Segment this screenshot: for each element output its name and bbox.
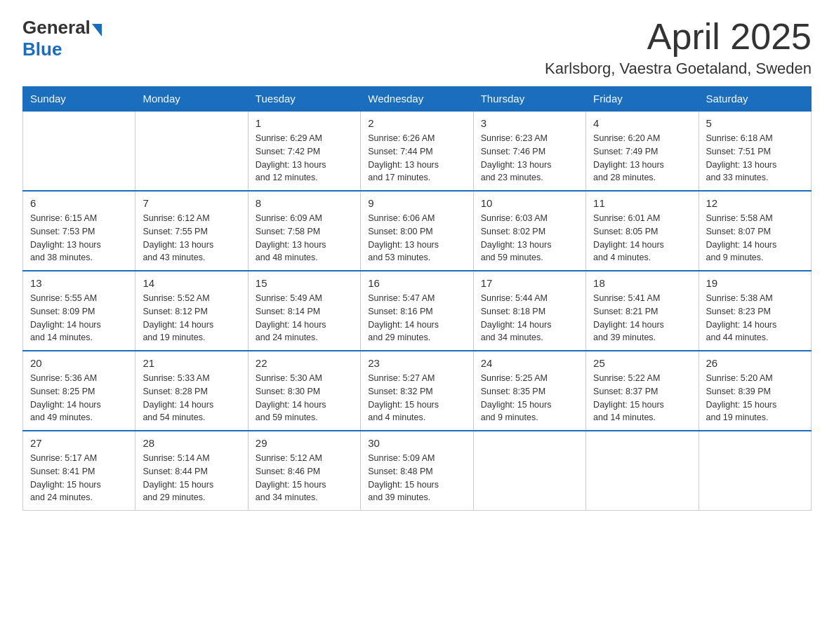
day-number: 8 [256,197,353,209]
day-info: Sunrise: 5:58 AM Sunset: 8:07 PM Dayligh… [706,212,804,264]
week-row: 1Sunrise: 6:29 AM Sunset: 7:42 PM Daylig… [23,111,812,191]
logo: General Blue [22,17,102,60]
day-number: 17 [481,277,578,289]
logo-triangle-icon [92,24,102,36]
weekday-header: Thursday [473,87,585,112]
day-number: 4 [593,117,691,129]
calendar-cell: 4Sunrise: 6:20 AM Sunset: 7:49 PM Daylig… [586,111,699,191]
calendar-cell: 15Sunrise: 5:49 AM Sunset: 8:14 PM Dayli… [248,271,360,351]
calendar-header-row: SundayMondayTuesdayWednesdayThursdayFrid… [23,87,812,112]
day-info: Sunrise: 5:52 AM Sunset: 8:12 PM Dayligh… [143,292,240,344]
calendar-cell: 23Sunrise: 5:27 AM Sunset: 8:32 PM Dayli… [361,351,473,431]
day-number: 27 [30,437,128,449]
calendar-cell: 16Sunrise: 5:47 AM Sunset: 8:16 PM Dayli… [361,271,473,351]
day-number: 29 [256,437,353,449]
day-number: 30 [368,437,465,449]
calendar-cell: 2Sunrise: 6:26 AM Sunset: 7:44 PM Daylig… [361,111,473,191]
calendar-cell: 12Sunrise: 5:58 AM Sunset: 8:07 PM Dayli… [699,191,811,271]
calendar-cell: 3Sunrise: 6:23 AM Sunset: 7:46 PM Daylig… [473,111,585,191]
day-number: 2 [368,117,465,129]
day-number: 11 [593,197,691,209]
weekday-header: Wednesday [361,87,473,112]
day-number: 23 [368,357,465,369]
location-title: Karlsborg, Vaestra Goetaland, Sweden [545,60,812,78]
day-info: Sunrise: 6:29 AM Sunset: 7:42 PM Dayligh… [256,132,353,185]
day-info: Sunrise: 5:09 AM Sunset: 8:48 PM Dayligh… [368,452,465,504]
calendar-cell: 22Sunrise: 5:30 AM Sunset: 8:30 PM Dayli… [248,351,360,431]
week-row: 13Sunrise: 5:55 AM Sunset: 8:09 PM Dayli… [23,271,812,351]
calendar-cell: 29Sunrise: 5:12 AM Sunset: 8:46 PM Dayli… [248,431,360,511]
calendar-cell: 20Sunrise: 5:36 AM Sunset: 8:25 PM Dayli… [23,351,135,431]
day-info: Sunrise: 5:27 AM Sunset: 8:32 PM Dayligh… [368,372,465,424]
day-info: Sunrise: 6:18 AM Sunset: 7:51 PM Dayligh… [706,132,804,185]
weekday-header: Friday [586,87,699,112]
day-number: 16 [368,277,465,289]
day-number: 6 [30,197,128,209]
day-info: Sunrise: 6:09 AM Sunset: 7:58 PM Dayligh… [256,212,353,264]
day-info: Sunrise: 5:44 AM Sunset: 8:18 PM Dayligh… [481,292,578,344]
day-number: 5 [706,117,804,129]
day-number: 22 [256,357,353,369]
day-info: Sunrise: 6:20 AM Sunset: 7:49 PM Dayligh… [593,132,691,185]
calendar-cell: 13Sunrise: 5:55 AM Sunset: 8:09 PM Dayli… [23,271,135,351]
week-row: 6Sunrise: 6:15 AM Sunset: 7:53 PM Daylig… [23,191,812,271]
calendar-cell [23,111,135,191]
day-info: Sunrise: 6:15 AM Sunset: 7:53 PM Dayligh… [30,212,128,264]
calendar-cell [135,111,248,191]
day-number: 18 [593,277,691,289]
title-section: April 2025 Karlsborg, Vaestra Goetaland,… [545,17,812,78]
day-info: Sunrise: 6:06 AM Sunset: 8:00 PM Dayligh… [368,212,465,264]
month-title: April 2025 [545,17,812,57]
weekday-header: Monday [135,87,248,112]
calendar-cell [473,431,585,511]
calendar-cell: 25Sunrise: 5:22 AM Sunset: 8:37 PM Dayli… [586,351,699,431]
day-info: Sunrise: 6:12 AM Sunset: 7:55 PM Dayligh… [143,212,240,264]
calendar-table: SundayMondayTuesdayWednesdayThursdayFrid… [22,86,812,511]
day-number: 19 [706,277,804,289]
day-info: Sunrise: 5:36 AM Sunset: 8:25 PM Dayligh… [30,372,128,424]
calendar-cell: 17Sunrise: 5:44 AM Sunset: 8:18 PM Dayli… [473,271,585,351]
weekday-header: Saturday [699,87,811,112]
day-info: Sunrise: 6:23 AM Sunset: 7:46 PM Dayligh… [481,132,578,185]
calendar-cell: 11Sunrise: 6:01 AM Sunset: 8:05 PM Dayli… [586,191,699,271]
page-header: General Blue April 2025 Karlsborg, Vaest… [22,17,812,78]
day-number: 1 [256,117,353,129]
calendar-cell: 10Sunrise: 6:03 AM Sunset: 8:02 PM Dayli… [473,191,585,271]
day-number: 14 [143,277,240,289]
calendar-cell: 5Sunrise: 6:18 AM Sunset: 7:51 PM Daylig… [699,111,811,191]
day-number: 9 [368,197,465,209]
calendar-cell: 18Sunrise: 5:41 AM Sunset: 8:21 PM Dayli… [586,271,699,351]
logo-blue-text: Blue [22,39,102,60]
week-row: 20Sunrise: 5:36 AM Sunset: 8:25 PM Dayli… [23,351,812,431]
day-info: Sunrise: 5:47 AM Sunset: 8:16 PM Dayligh… [368,292,465,344]
day-number: 12 [706,197,804,209]
day-number: 7 [143,197,240,209]
calendar-cell: 14Sunrise: 5:52 AM Sunset: 8:12 PM Dayli… [135,271,248,351]
calendar-cell [586,431,699,511]
calendar-cell: 7Sunrise: 6:12 AM Sunset: 7:55 PM Daylig… [135,191,248,271]
calendar-cell: 9Sunrise: 6:06 AM Sunset: 8:00 PM Daylig… [361,191,473,271]
calendar-cell: 27Sunrise: 5:17 AM Sunset: 8:41 PM Dayli… [23,431,135,511]
day-info: Sunrise: 5:12 AM Sunset: 8:46 PM Dayligh… [256,452,353,504]
day-number: 21 [143,357,240,369]
day-number: 3 [481,117,578,129]
weekday-header: Sunday [23,87,135,112]
calendar-cell: 24Sunrise: 5:25 AM Sunset: 8:35 PM Dayli… [473,351,585,431]
day-info: Sunrise: 5:33 AM Sunset: 8:28 PM Dayligh… [143,372,240,424]
day-number: 15 [256,277,353,289]
weekday-header: Tuesday [248,87,360,112]
day-number: 10 [481,197,578,209]
calendar-cell: 19Sunrise: 5:38 AM Sunset: 8:23 PM Dayli… [699,271,811,351]
day-info: Sunrise: 6:01 AM Sunset: 8:05 PM Dayligh… [593,212,691,264]
day-number: 13 [30,277,128,289]
day-info: Sunrise: 6:26 AM Sunset: 7:44 PM Dayligh… [368,132,465,185]
calendar-cell: 21Sunrise: 5:33 AM Sunset: 8:28 PM Dayli… [135,351,248,431]
week-row: 27Sunrise: 5:17 AM Sunset: 8:41 PM Dayli… [23,431,812,511]
day-number: 28 [143,437,240,449]
calendar-cell: 30Sunrise: 5:09 AM Sunset: 8:48 PM Dayli… [361,431,473,511]
day-info: Sunrise: 5:55 AM Sunset: 8:09 PM Dayligh… [30,292,128,344]
day-info: Sunrise: 5:38 AM Sunset: 8:23 PM Dayligh… [706,292,804,344]
calendar-cell: 8Sunrise: 6:09 AM Sunset: 7:58 PM Daylig… [248,191,360,271]
day-info: Sunrise: 5:14 AM Sunset: 8:44 PM Dayligh… [143,452,240,504]
day-number: 26 [706,357,804,369]
